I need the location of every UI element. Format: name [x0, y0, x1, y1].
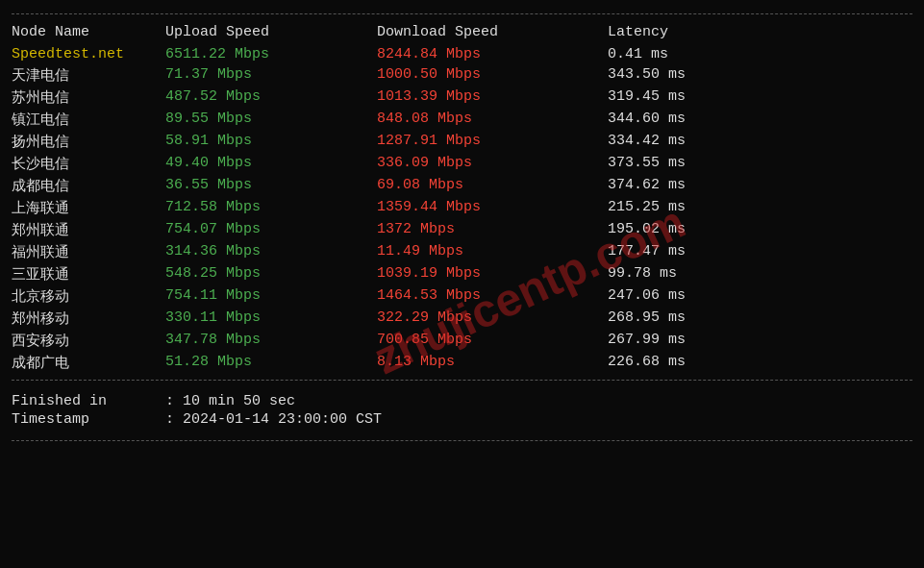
- cell-download: 1359.44 Mbps: [377, 199, 608, 217]
- footer-timestamp-row: Timestamp : 2024-01-14 23:00:00 CST: [12, 410, 912, 429]
- cell-upload: 548.25 Mbps: [165, 265, 377, 284]
- cell-latency: 343.50 ms: [608, 66, 762, 85]
- table-row: 苏州电信487.52 Mbps1013.39 Mbps319.45 ms: [12, 86, 912, 109]
- cell-latency: 319.45 ms: [608, 88, 762, 107]
- footer-finished-label: Finished in: [12, 393, 165, 409]
- cell-upload: 49.40 Mbps: [165, 155, 377, 173]
- cell-download: 1000.50 Mbps: [377, 66, 608, 85]
- table-row: 西安移动347.78 Mbps700.85 Mbps267.99 ms: [12, 330, 912, 352]
- footer-bottom-divider: [12, 440, 912, 441]
- table-row: 成都电信36.55 Mbps69.08 Mbps374.62 ms: [12, 175, 912, 197]
- cell-download: 11.49 Mbps: [377, 243, 608, 261]
- cell-upload: 89.55 Mbps: [165, 111, 377, 129]
- table-row: 郑州联通754.07 Mbps1372 Mbps195.02 ms: [12, 219, 912, 241]
- table-row: 三亚联通548.25 Mbps1039.19 Mbps99.78 ms: [12, 263, 912, 285]
- table-row: 北京移动754.11 Mbps1464.53 Mbps247.06 ms: [12, 285, 912, 308]
- cell-node: 苏州电信: [12, 88, 165, 107]
- header-node: Node Name: [12, 24, 165, 40]
- footer-timestamp-value: : 2024-01-14 23:00:00 CST: [165, 411, 382, 428]
- cell-latency: 334.42 ms: [608, 133, 762, 151]
- cell-latency: 99.78 ms: [608, 265, 762, 284]
- table-row: 福州联通314.36 Mbps11.49 Mbps177.47 ms: [12, 241, 912, 263]
- cell-node: Speedtest.net: [12, 46, 165, 62]
- cell-latency: 373.55 ms: [608, 155, 762, 173]
- table-row: Speedtest.net6511.22 Mbps8244.84 Mbps0.4…: [12, 44, 912, 64]
- cell-node: 扬州电信: [12, 133, 165, 151]
- cell-upload: 347.78 Mbps: [165, 332, 377, 350]
- bottom-divider: [12, 380, 912, 381]
- cell-latency: 247.06 ms: [608, 287, 762, 306]
- cell-upload: 330.11 Mbps: [165, 309, 377, 328]
- cell-latency: 344.60 ms: [608, 111, 762, 129]
- cell-node: 镇江电信: [12, 111, 165, 129]
- table-row: 上海联通712.58 Mbps1359.44 Mbps215.25 ms: [12, 197, 912, 219]
- cell-download: 1464.53 Mbps: [377, 287, 608, 306]
- footer-finished-row: Finished in : 10 min 50 sec: [12, 392, 912, 410]
- cell-latency: 177.47 ms: [608, 243, 762, 261]
- cell-download: 322.29 Mbps: [377, 309, 608, 328]
- cell-node: 北京移动: [12, 287, 165, 306]
- cell-latency: 215.25 ms: [608, 199, 762, 217]
- cell-node: 成都广电: [12, 354, 165, 372]
- cell-upload: 58.91 Mbps: [165, 133, 377, 151]
- cell-download: 69.08 Mbps: [377, 177, 608, 195]
- cell-upload: 51.28 Mbps: [165, 354, 377, 372]
- table-body: Speedtest.net6511.22 Mbps8244.84 Mbps0.4…: [12, 44, 912, 374]
- cell-download: 700.85 Mbps: [377, 332, 608, 350]
- table-row: 扬州电信58.91 Mbps1287.91 Mbps334.42 ms: [12, 131, 912, 153]
- cell-latency: 374.62 ms: [608, 177, 762, 195]
- cell-upload: 754.11 Mbps: [165, 287, 377, 306]
- table-row: 镇江电信89.55 Mbps848.08 Mbps344.60 ms: [12, 109, 912, 131]
- cell-latency: 226.68 ms: [608, 354, 762, 372]
- cell-download: 8244.84 Mbps: [377, 46, 608, 62]
- cell-upload: 71.37 Mbps: [165, 66, 377, 85]
- cell-download: 336.09 Mbps: [377, 155, 608, 173]
- table-row: 天津电信71.37 Mbps1000.50 Mbps343.50 ms: [12, 64, 912, 86]
- footer-timestamp-label: Timestamp: [12, 411, 165, 428]
- cell-upload: 712.58 Mbps: [165, 199, 377, 217]
- cell-node: 西安移动: [12, 332, 165, 350]
- footer-finished-value: : 10 min 50 sec: [165, 393, 295, 409]
- cell-node: 三亚联通: [12, 265, 165, 284]
- cell-node: 成都电信: [12, 177, 165, 195]
- footer: Finished in : 10 min 50 sec Timestamp : …: [12, 386, 912, 434]
- cell-download: 8.13 Mbps: [377, 354, 608, 372]
- cell-node: 郑州移动: [12, 309, 165, 328]
- cell-latency: 195.02 ms: [608, 221, 762, 239]
- cell-latency: 267.99 ms: [608, 332, 762, 350]
- cell-upload: 36.55 Mbps: [165, 177, 377, 195]
- cell-latency: 268.95 ms: [608, 309, 762, 328]
- table-row: 郑州移动330.11 Mbps322.29 Mbps268.95 ms: [12, 308, 912, 330]
- top-divider: [12, 13, 912, 14]
- cell-download: 1039.19 Mbps: [377, 265, 608, 284]
- cell-upload: 487.52 Mbps: [165, 88, 377, 107]
- cell-download: 1013.39 Mbps: [377, 88, 608, 107]
- cell-node: 福州联通: [12, 243, 165, 261]
- cell-latency: 0.41 ms: [608, 46, 762, 62]
- cell-upload: 6511.22 Mbps: [165, 46, 377, 62]
- cell-node: 郑州联通: [12, 221, 165, 239]
- header-latency: Latency: [608, 24, 762, 40]
- table-row: 成都广电51.28 Mbps8.13 Mbps226.68 ms: [12, 352, 912, 374]
- cell-download: 1372 Mbps: [377, 221, 608, 239]
- cell-node: 上海联通: [12, 199, 165, 217]
- header-download: Download Speed: [377, 24, 608, 40]
- table-header: Node Name Upload Speed Download Speed La…: [12, 20, 912, 44]
- cell-upload: 754.07 Mbps: [165, 221, 377, 239]
- header-upload: Upload Speed: [165, 24, 377, 40]
- cell-download: 848.08 Mbps: [377, 111, 608, 129]
- table-row: 长沙电信49.40 Mbps336.09 Mbps373.55 ms: [12, 153, 912, 175]
- cell-node: 天津电信: [12, 66, 165, 85]
- cell-upload: 314.36 Mbps: [165, 243, 377, 261]
- cell-node: 长沙电信: [12, 155, 165, 173]
- cell-download: 1287.91 Mbps: [377, 133, 608, 151]
